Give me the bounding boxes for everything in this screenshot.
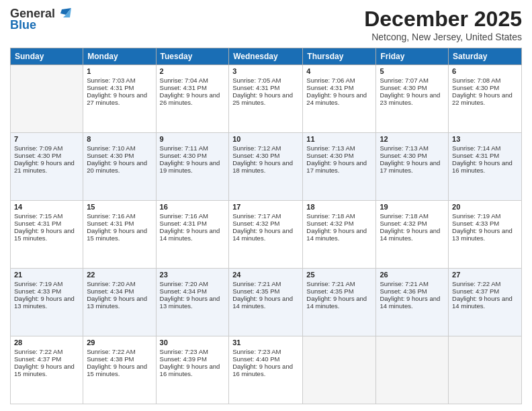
calendar-week-row: 21Sunrise: 7:19 AMSunset: 4:33 PMDayligh… <box>11 269 522 336</box>
calendar-week-row: 1Sunrise: 7:03 AMSunset: 4:31 PMDaylight… <box>11 65 522 133</box>
calendar-cell: 31Sunrise: 7:23 AMSunset: 4:40 PMDayligh… <box>229 336 303 404</box>
calendar-cell: 13Sunrise: 7:14 AMSunset: 4:31 PMDayligh… <box>449 133 522 201</box>
sunset-text: Sunset: 4:33 PM <box>452 220 518 227</box>
day-number: 2 <box>160 67 226 75</box>
daylight-text: Daylight: 9 hours and 17 minutes. <box>306 159 372 174</box>
col-sunday: Sunday <box>11 48 83 65</box>
logo: General Blue <box>10 7 71 32</box>
sunrise-text: Sunrise: 7:20 AM <box>160 280 226 287</box>
day-number: 19 <box>380 203 445 211</box>
daylight-text: Daylight: 9 hours and 14 minutes. <box>306 227 372 242</box>
calendar-cell: 4Sunrise: 7:06 AMSunset: 4:31 PMDaylight… <box>303 65 376 133</box>
sunset-text: Sunset: 4:33 PM <box>14 287 79 295</box>
col-friday: Friday <box>376 48 449 65</box>
col-tuesday: Tuesday <box>156 48 229 65</box>
sunrise-text: Sunrise: 7:16 AM <box>160 212 226 220</box>
day-number: 22 <box>87 271 152 279</box>
daylight-text: Daylight: 9 hours and 14 minutes. <box>232 295 299 310</box>
sunset-text: Sunset: 4:31 PM <box>14 220 79 227</box>
sunrise-text: Sunrise: 7:05 AM <box>232 77 299 84</box>
sunset-text: Sunset: 4:30 PM <box>160 152 226 159</box>
daylight-text: Daylight: 9 hours and 17 minutes. <box>380 159 445 174</box>
col-monday: Monday <box>83 48 156 65</box>
daylight-text: Daylight: 9 hours and 15 minutes. <box>14 363 79 377</box>
daylight-text: Daylight: 9 hours and 13 minutes. <box>452 227 518 242</box>
calendar-week-row: 28Sunrise: 7:22 AMSunset: 4:37 PMDayligh… <box>11 336 522 404</box>
day-number: 13 <box>452 135 518 143</box>
calendar-header-row: Sunday Monday Tuesday Wednesday Thursday… <box>11 48 522 65</box>
day-number: 27 <box>452 271 518 279</box>
sunrise-text: Sunrise: 7:06 AM <box>306 77 372 84</box>
daylight-text: Daylight: 9 hours and 14 minutes. <box>160 227 226 242</box>
day-number: 21 <box>14 271 79 279</box>
sunset-text: Sunset: 4:30 PM <box>380 84 445 91</box>
daylight-text: Daylight: 9 hours and 15 minutes. <box>87 363 152 377</box>
header: General Blue December 2025 Netcong, New … <box>10 7 522 42</box>
sunset-text: Sunset: 4:32 PM <box>306 220 372 227</box>
daylight-text: Daylight: 9 hours and 14 minutes. <box>306 295 372 310</box>
sunset-text: Sunset: 4:30 PM <box>87 152 152 159</box>
sunrise-text: Sunrise: 7:04 AM <box>160 77 226 84</box>
sunrise-text: Sunrise: 7:16 AM <box>87 212 152 220</box>
sunrise-text: Sunrise: 7:10 AM <box>87 144 152 152</box>
calendar-cell <box>449 336 522 404</box>
daylight-text: Daylight: 9 hours and 14 minutes. <box>380 227 445 242</box>
sunrise-text: Sunrise: 7:19 AM <box>452 212 518 220</box>
calendar-cell: 17Sunrise: 7:17 AMSunset: 4:32 PMDayligh… <box>229 201 303 269</box>
daylight-text: Daylight: 9 hours and 14 minutes. <box>452 295 518 310</box>
daylight-text: Daylight: 9 hours and 14 minutes. <box>232 227 299 242</box>
day-number: 15 <box>87 203 152 211</box>
sunset-text: Sunset: 4:31 PM <box>160 220 226 227</box>
sunrise-text: Sunrise: 7:13 AM <box>306 144 372 152</box>
sunrise-text: Sunrise: 7:14 AM <box>452 144 518 152</box>
sunrise-text: Sunrise: 7:23 AM <box>232 348 299 355</box>
sunset-text: Sunset: 4:38 PM <box>87 355 152 363</box>
sunrise-text: Sunrise: 7:20 AM <box>87 280 152 287</box>
col-wednesday: Wednesday <box>229 48 303 65</box>
day-number: 9 <box>160 135 226 143</box>
calendar-cell: 7Sunrise: 7:09 AMSunset: 4:30 PMDaylight… <box>11 133 83 201</box>
sunset-text: Sunset: 4:31 PM <box>306 84 372 91</box>
sunset-text: Sunset: 4:32 PM <box>232 220 299 227</box>
day-number: 18 <box>306 203 372 211</box>
day-number: 20 <box>452 203 518 211</box>
day-number: 24 <box>232 271 299 279</box>
calendar-cell: 12Sunrise: 7:13 AMSunset: 4:30 PMDayligh… <box>376 133 449 201</box>
daylight-text: Daylight: 9 hours and 15 minutes. <box>87 227 152 242</box>
calendar-cell: 28Sunrise: 7:22 AMSunset: 4:37 PMDayligh… <box>11 336 83 404</box>
col-saturday: Saturday <box>449 48 522 65</box>
daylight-text: Daylight: 9 hours and 24 minutes. <box>306 91 372 106</box>
sunrise-text: Sunrise: 7:18 AM <box>380 212 445 220</box>
sunrise-text: Sunrise: 7:21 AM <box>232 280 299 287</box>
daylight-text: Daylight: 9 hours and 19 minutes. <box>160 159 226 174</box>
calendar-cell <box>303 336 376 404</box>
calendar-cell: 27Sunrise: 7:22 AMSunset: 4:37 PMDayligh… <box>449 269 522 336</box>
day-number: 29 <box>87 338 152 347</box>
calendar-cell: 9Sunrise: 7:11 AMSunset: 4:30 PMDaylight… <box>156 133 229 201</box>
day-number: 28 <box>14 338 79 347</box>
daylight-text: Daylight: 9 hours and 14 minutes. <box>380 295 445 310</box>
calendar-table: Sunday Monday Tuesday Wednesday Thursday… <box>10 48 522 404</box>
calendar-cell: 18Sunrise: 7:18 AMSunset: 4:32 PMDayligh… <box>303 201 376 269</box>
sunrise-text: Sunrise: 7:11 AM <box>160 144 226 152</box>
calendar-cell: 29Sunrise: 7:22 AMSunset: 4:38 PMDayligh… <box>83 336 156 404</box>
calendar-cell: 6Sunrise: 7:08 AMSunset: 4:30 PMDaylight… <box>449 65 522 133</box>
day-number: 3 <box>232 67 299 75</box>
day-number: 17 <box>232 203 299 211</box>
day-number: 16 <box>160 203 226 211</box>
sunrise-text: Sunrise: 7:22 AM <box>87 348 152 355</box>
daylight-text: Daylight: 9 hours and 20 minutes. <box>87 159 152 174</box>
sunset-text: Sunset: 4:36 PM <box>380 287 445 295</box>
location: Netcong, New Jersey, United States <box>364 32 522 42</box>
sunset-text: Sunset: 4:34 PM <box>160 287 226 295</box>
sunset-text: Sunset: 4:40 PM <box>232 355 299 363</box>
day-number: 7 <box>14 135 79 143</box>
day-number: 14 <box>14 203 79 211</box>
sunset-text: Sunset: 4:37 PM <box>452 287 518 295</box>
sunrise-text: Sunrise: 7:23 AM <box>160 348 226 355</box>
calendar-cell: 26Sunrise: 7:21 AMSunset: 4:36 PMDayligh… <box>376 269 449 336</box>
col-thursday: Thursday <box>303 48 376 65</box>
daylight-text: Daylight: 9 hours and 21 minutes. <box>14 159 79 174</box>
day-number: 26 <box>380 271 445 279</box>
day-number: 4 <box>306 67 372 75</box>
